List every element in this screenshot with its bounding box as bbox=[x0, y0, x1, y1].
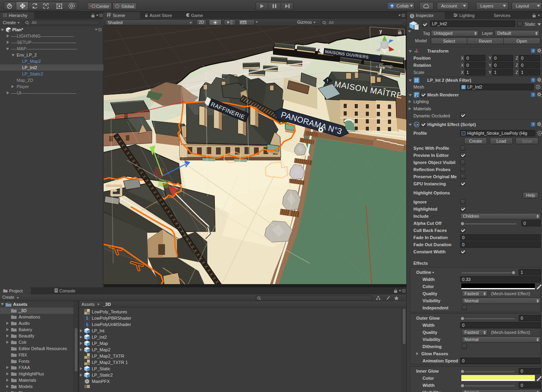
svg-text:y: y bbox=[379, 28, 382, 34]
svg-text:C#: C# bbox=[415, 123, 419, 126]
svg-text:S: S bbox=[86, 322, 89, 327]
svg-text:‹ Persp: ‹ Persp bbox=[376, 63, 392, 69]
svg-text:x: x bbox=[398, 48, 401, 54]
svg-text:?: ? bbox=[532, 122, 534, 126]
svg-text:?: ? bbox=[532, 49, 534, 53]
svg-text:?: ? bbox=[532, 93, 534, 97]
svg-text:?: ? bbox=[532, 78, 534, 82]
svg-text:S: S bbox=[86, 316, 89, 320]
svg-text:z: z bbox=[397, 36, 400, 41]
